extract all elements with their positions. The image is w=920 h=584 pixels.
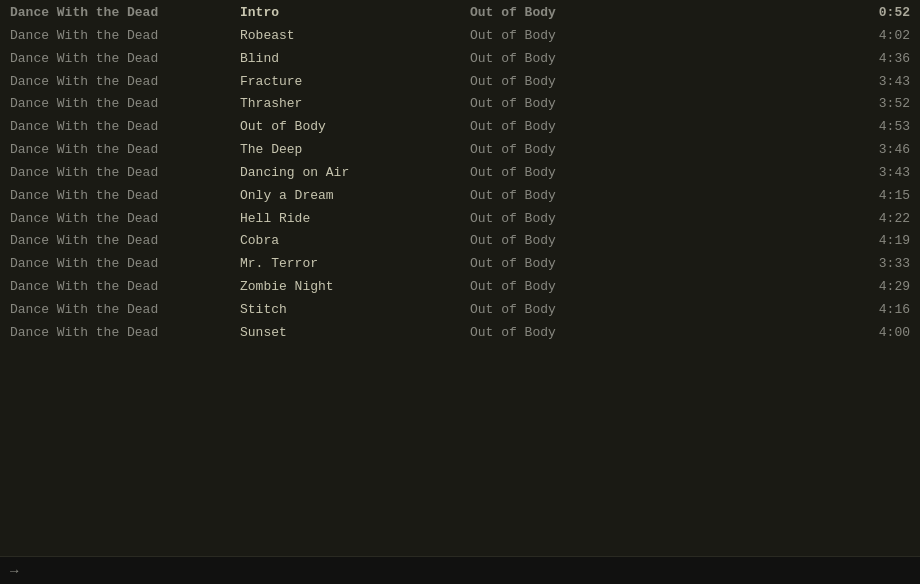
track-album: Out of Body [470,141,670,160]
track-artist: Dance With the Dead [10,73,240,92]
track-row[interactable]: Dance With the DeadDancing on AirOut of … [0,162,920,185]
track-artist: Dance With the Dead [10,232,240,251]
bottom-bar: → [0,556,920,584]
track-row[interactable]: Dance With the DeadStitchOut of Body4:16 [0,299,920,322]
track-album: Out of Body [470,118,670,137]
track-row[interactable]: Dance With the DeadFractureOut of Body3:… [0,71,920,94]
header-album: Out of Body [470,4,670,23]
track-title: Robeast [240,27,470,46]
track-album: Out of Body [470,255,670,274]
track-title: Stitch [240,301,470,320]
track-album: Out of Body [470,95,670,114]
track-artist: Dance With the Dead [10,255,240,274]
track-artist: Dance With the Dead [10,278,240,297]
track-row[interactable]: Dance With the DeadThrasherOut of Body3:… [0,93,920,116]
track-duration: 3:33 [670,255,910,274]
track-duration: 4:02 [670,27,910,46]
track-title: Blind [240,50,470,69]
track-row[interactable]: Dance With the DeadThe DeepOut of Body3:… [0,139,920,162]
track-row[interactable]: Dance With the DeadMr. TerrorOut of Body… [0,253,920,276]
track-title: Mr. Terror [240,255,470,274]
track-row[interactable]: Dance With the DeadCobraOut of Body4:19 [0,230,920,253]
track-list-header: Dance With the Dead Intro Out of Body 0:… [0,0,920,25]
track-artist: Dance With the Dead [10,324,240,343]
track-duration: 4:00 [670,324,910,343]
track-row[interactable]: Dance With the DeadBlindOut of Body4:36 [0,48,920,71]
track-title: Only a Dream [240,187,470,206]
track-duration: 3:46 [670,141,910,160]
track-title: Fracture [240,73,470,92]
track-title: Out of Body [240,118,470,137]
track-album: Out of Body [470,324,670,343]
track-duration: 4:19 [670,232,910,251]
track-title: Dancing on Air [240,164,470,183]
track-title: Thrasher [240,95,470,114]
track-album: Out of Body [470,27,670,46]
track-album: Out of Body [470,210,670,229]
track-row[interactable]: Dance With the DeadOut of BodyOut of Bod… [0,116,920,139]
header-duration: 0:52 [670,4,910,23]
track-duration: 4:15 [670,187,910,206]
track-artist: Dance With the Dead [10,301,240,320]
track-artist: Dance With the Dead [10,27,240,46]
track-duration: 3:43 [670,164,910,183]
track-artist: Dance With the Dead [10,118,240,137]
track-album: Out of Body [470,73,670,92]
track-album: Out of Body [470,187,670,206]
header-intro: Intro [240,4,470,23]
track-artist: Dance With the Dead [10,50,240,69]
track-artist: Dance With the Dead [10,164,240,183]
arrow-icon: → [10,563,18,579]
track-duration: 3:43 [670,73,910,92]
header-artist: Dance With the Dead [10,4,240,23]
track-album: Out of Body [470,278,670,297]
track-row[interactable]: Dance With the DeadZombie NightOut of Bo… [0,276,920,299]
track-title: Sunset [240,324,470,343]
track-artist: Dance With the Dead [10,95,240,114]
track-title: Hell Ride [240,210,470,229]
track-title: Cobra [240,232,470,251]
track-duration: 4:53 [670,118,910,137]
track-album: Out of Body [470,164,670,183]
track-duration: 4:29 [670,278,910,297]
track-title: Zombie Night [240,278,470,297]
track-row[interactable]: Dance With the DeadSunsetOut of Body4:00 [0,322,920,345]
track-duration: 4:16 [670,301,910,320]
track-album: Out of Body [470,232,670,251]
track-row[interactable]: Dance With the DeadRobeastOut of Body4:0… [0,25,920,48]
track-artist: Dance With the Dead [10,210,240,229]
track-artist: Dance With the Dead [10,187,240,206]
track-row[interactable]: Dance With the DeadOnly a DreamOut of Bo… [0,185,920,208]
track-row[interactable]: Dance With the DeadHell RideOut of Body4… [0,208,920,231]
track-album: Out of Body [470,301,670,320]
track-title: The Deep [240,141,470,160]
track-duration: 4:36 [670,50,910,69]
track-list: Dance With the Dead Intro Out of Body 0:… [0,0,920,345]
track-duration: 4:22 [670,210,910,229]
track-album: Out of Body [470,50,670,69]
track-duration: 3:52 [670,95,910,114]
track-artist: Dance With the Dead [10,141,240,160]
